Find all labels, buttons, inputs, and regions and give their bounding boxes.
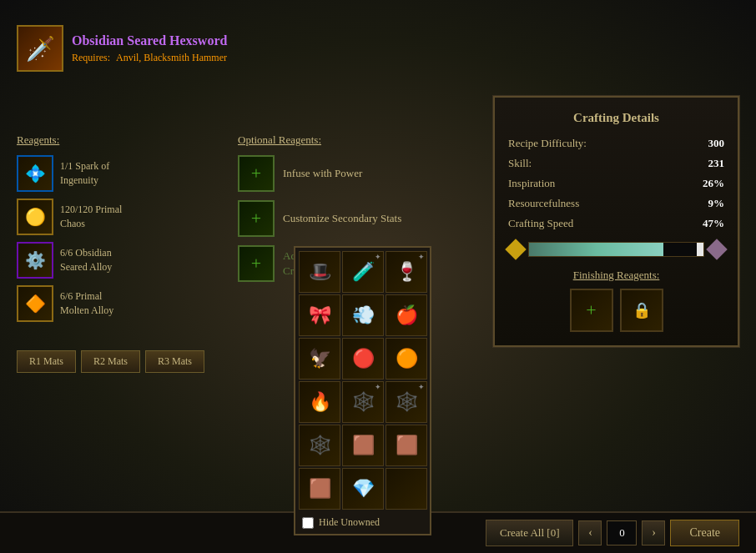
optional-slot-0[interactable]: + Infuse with Power [238,155,446,192]
picker-item[interactable]: 🔥 [299,381,340,423]
picker-item[interactable]: 🕸️✦ [342,381,384,423]
stat-value-4: 47% [703,217,724,230]
nav-next-button[interactable]: › [642,520,665,545]
optional-slot-1[interactable]: + Customize Secondary Stats [238,200,446,237]
stat-label-0: Recipe Difficulty: [508,137,587,150]
stat-value-3: 9% [708,197,725,210]
plus-icon-0: + [238,155,275,192]
skill-bar-fill [529,243,663,256]
stat-row-0: Recipe Difficulty: 300 [508,137,724,150]
item-info: Obsidian Seared Hexsword Requires: Anvil… [72,33,227,64]
quantity-display: 0 [607,520,637,545]
mats-buttons: R1 Mats R2 Mats R3 Mats [17,350,204,373]
picker-item[interactable]: 🟠 [386,338,427,380]
picker-footer: Hide Unowned [299,515,426,530]
skill-bar-container [508,242,724,257]
plus-icon-1: + [238,200,275,237]
picker-item[interactable]: 🕸️✦ [386,381,427,423]
picker-item[interactable]: 🧪✦ [342,251,384,293]
nav-prev-button[interactable]: ‹ [578,520,602,545]
stat-value-1: 231 [708,157,725,170]
stat-row-3: Resourcefulness 9% [508,197,724,210]
stat-row-4: Crafting Speed 47% [508,217,724,230]
reagent-icon-2: ⚙️ [17,242,53,279]
stat-label-3: Resourcefulness [508,197,579,210]
reagent-text-0: 1/1 Spark ofIngenuity [60,159,109,188]
item-requires: Requires: Anvil, Blacksmith Hammer [72,52,227,64]
reagent-icon-3: 🔶 [17,285,53,322]
hide-unowned-label: Hide Unowned [319,516,380,529]
stat-label-2: Inspiration [508,177,555,190]
create-all-button[interactable]: Create All [0] [486,520,573,546]
reagent-text-2: 6/6 ObsidianSeared Alloy [60,246,112,274]
reagent-icon-0: 💠 [17,155,53,192]
r3-mats-button[interactable]: R3 Mats [145,350,204,373]
finishing-slot-lock[interactable]: 🔒 [620,289,663,332]
finishing-slots: + 🔒 [508,289,724,332]
requires-value: Anvil, Blacksmith Hammer [116,52,227,63]
reagent-icon-1: 🟡 [17,199,53,235]
picker-item[interactable]: 🎩 [299,251,340,293]
stat-row-2: Inspiration 26% [508,177,724,190]
plus-icon-2: + [238,245,275,282]
stat-label-4: Crafting Speed [508,217,573,230]
reagent-item: 💠 1/1 Spark ofIngenuity [17,155,234,192]
picker-item[interactable]: 🟫 [299,468,340,510]
finishing-slot-add[interactable]: + [570,289,613,332]
picker-item[interactable]: 🍷✦ [386,251,427,293]
picker-item[interactable]: 🟫 [386,425,427,466]
picker-item[interactable]: 💎 [342,468,384,510]
reagent-text-3: 6/6 PrimalMolten Alloy [60,289,113,318]
panel-title: Crafting Details [508,111,724,125]
item-header: 🗡️ Obsidian Seared Hexsword Requires: An… [17,25,227,72]
reagent-item: 🟡 120/120 PrimalChaos [17,199,234,235]
picker-item[interactable]: 🔴 [342,338,384,380]
item-name: Obsidian Seared Hexsword [72,33,227,48]
finishing-title: Finishing Reagents: [508,269,724,282]
optional-label-1: Customize Secondary Stats [283,211,401,226]
create-button[interactable]: Create [670,520,739,546]
skill-diamond-left [505,239,526,259]
optional-label-0: Infuse with Power [283,166,362,181]
stat-value-0: 300 [708,137,725,150]
requires-label: Requires: [72,52,110,63]
skill-bar-wrap [528,242,704,257]
picker-item [386,468,427,510]
optional-title: Optional Reagents: [238,133,446,147]
reagent-item: 🔶 6/6 PrimalMolten Alloy [17,285,234,322]
picker-item[interactable]: 💨 [342,294,384,336]
picker-grid: 🎩 🧪✦ 🍷✦ 🎀 💨 🍎 🦅 🔴 🟠 🔥 🕸️✦ 🕸️✦ 🕸️ 🟫 🟫 🟫 💎 [299,251,426,510]
r1-mats-button[interactable]: R1 Mats [17,350,76,373]
stat-label-1: Skill: [508,157,532,170]
stat-row-1: Skill: 231 [508,157,724,170]
stat-value-2: 26% [703,177,724,190]
reagents-section: Reagents: 💠 1/1 Spark ofIngenuity 🟡 120/… [17,133,234,329]
crafting-panel: Crafting Details Recipe Difficulty: 300 … [493,96,739,347]
reagents-title: Reagents: [17,133,234,147]
picker-item[interactable]: 🎀 [299,294,340,336]
picker-item[interactable]: 🍎 [386,294,427,336]
skill-diamond-right [706,239,727,259]
item-picker: 🎩 🧪✦ 🍷✦ 🎀 💨 🍎 🦅 🔴 🟠 🔥 🕸️✦ 🕸️✦ 🕸️ 🟫 🟫 🟫 💎… [294,246,431,535]
picker-item[interactable]: 🕸️ [299,425,340,466]
reagent-text-1: 120/120 PrimalChaos [60,203,122,231]
item-icon: 🗡️ [17,25,63,72]
picker-item[interactable]: 🟫 [342,425,384,466]
picker-item[interactable]: 🦅 [299,338,340,380]
hide-unowned-checkbox[interactable] [302,517,314,529]
r2-mats-button[interactable]: R2 Mats [81,350,140,373]
skill-bar-marker [697,243,703,256]
reagent-item: ⚙️ 6/6 ObsidianSeared Alloy [17,242,234,279]
